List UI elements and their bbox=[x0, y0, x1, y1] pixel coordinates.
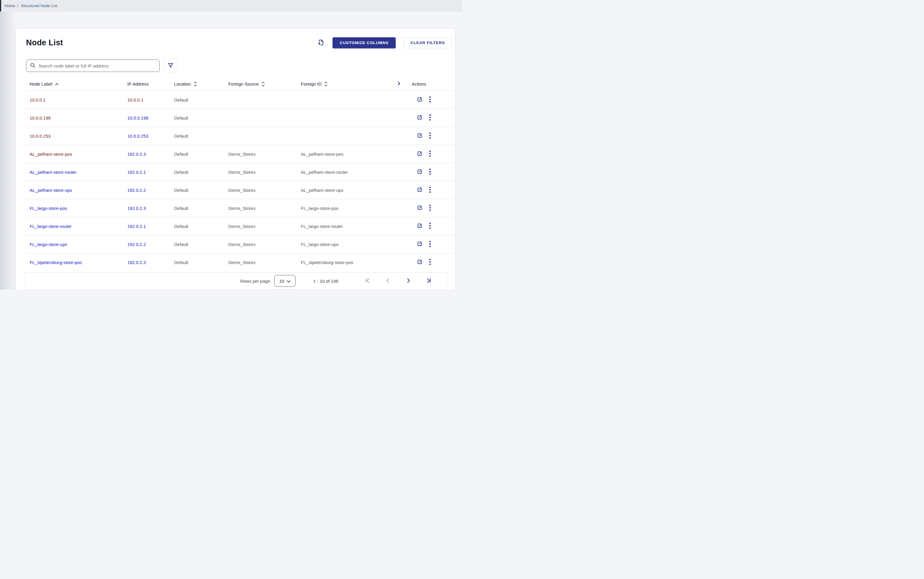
edit-node-button[interactable] bbox=[417, 205, 423, 211]
row-menu-button[interactable] bbox=[429, 186, 431, 194]
location-cell: Default bbox=[174, 260, 188, 265]
breadcrumb-home-link[interactable]: Home bbox=[5, 3, 15, 8]
breadcrumb: Home / Structured Node List bbox=[0, 0, 462, 11]
location-cell: Default bbox=[174, 134, 188, 139]
previous-page-button[interactable] bbox=[378, 277, 398, 285]
node-list-card: Node List CUSTOMIZE COLUMNS CLEAR FI bbox=[16, 28, 455, 290]
ip-link[interactable]: 192.0.2.3 bbox=[127, 152, 146, 157]
node-label-link[interactable]: AL_pelham-store-ups bbox=[29, 188, 72, 193]
column-header-node-label[interactable]: Node Label bbox=[29, 82, 59, 87]
edit-pencil-icon bbox=[417, 96, 423, 103]
chevron-down-icon bbox=[287, 278, 290, 284]
row-menu-button[interactable] bbox=[429, 132, 431, 140]
node-table-wrap: Node Label IP Address Location bbox=[25, 79, 447, 271]
row-menu-button[interactable] bbox=[429, 204, 431, 212]
node-label-link[interactable]: 10.0.0.199 bbox=[29, 115, 51, 121]
expand-columns-button[interactable] bbox=[397, 82, 401, 87]
edit-node-button[interactable] bbox=[417, 150, 423, 157]
column-header-foreign-id[interactable]: Foreign ID bbox=[301, 82, 328, 87]
filter-button[interactable] bbox=[164, 59, 177, 72]
row-actions bbox=[412, 163, 451, 181]
edit-node-button[interactable] bbox=[417, 169, 423, 175]
search-input[interactable] bbox=[38, 63, 156, 69]
column-header-actions: Actions bbox=[412, 82, 426, 87]
ip-link[interactable]: 192.0.2.2 bbox=[127, 242, 146, 247]
breadcrumb-current-link[interactable]: Structured Node List bbox=[21, 3, 57, 8]
first-page-icon bbox=[364, 277, 371, 285]
row-menu-button[interactable] bbox=[429, 259, 431, 266]
kebab-menu-icon bbox=[429, 150, 431, 158]
kebab-menu-icon bbox=[429, 114, 431, 122]
ip-link[interactable]: 192.0.2.1 bbox=[127, 170, 146, 175]
foreign-id-cell: FL_largo-store-ups bbox=[301, 242, 339, 247]
customize-columns-button[interactable]: CUSTOMIZE COLUMNS bbox=[333, 37, 396, 48]
node-label-link[interactable]: FL_largo-store-pos bbox=[29, 206, 67, 211]
table-header-row: Node Label IP Address Location bbox=[25, 79, 454, 91]
node-table: Node Label IP Address Location bbox=[25, 79, 454, 271]
node-label-link[interactable]: FL_largo-store-router bbox=[29, 224, 72, 229]
edit-node-button[interactable] bbox=[417, 114, 423, 121]
ip-link[interactable]: 192.0.2.1 bbox=[127, 224, 146, 229]
node-label-link[interactable]: AL_pelham-store-router bbox=[29, 170, 76, 175]
row-menu-button[interactable] bbox=[429, 168, 431, 176]
edit-pencil-icon bbox=[417, 187, 423, 193]
edit-pencil-icon bbox=[417, 259, 423, 265]
table-row: 10.0.0.1 10.0.0.1 Default bbox=[25, 91, 454, 109]
foreign-id-cell: FL_largo-store-pos bbox=[301, 206, 339, 211]
node-label-link[interactable]: 10.0.0.1 bbox=[29, 97, 46, 102]
sidebar-edge bbox=[0, 0, 1, 11]
row-menu-button[interactable] bbox=[429, 114, 431, 122]
edit-node-button[interactable] bbox=[417, 259, 423, 265]
left-edge-shadow bbox=[0, 11, 16, 290]
row-menu-button[interactable] bbox=[429, 96, 431, 104]
edit-node-button[interactable] bbox=[417, 241, 423, 247]
column-header-location[interactable]: Location bbox=[174, 82, 197, 87]
breadcrumb-separator: / bbox=[18, 3, 19, 8]
foreign-id-cell: AL_pelham-store-pos bbox=[301, 152, 343, 157]
row-menu-button[interactable] bbox=[429, 240, 431, 248]
location-cell: Default bbox=[174, 115, 188, 121]
card-header: Node List CUSTOMIZE COLUMNS CLEAR FI bbox=[16, 28, 455, 48]
table-body: 10.0.0.1 10.0.0.1 Default bbox=[25, 91, 454, 272]
ip-link[interactable]: 192.0.2.2 bbox=[127, 188, 146, 193]
export-button[interactable] bbox=[318, 39, 324, 47]
row-actions bbox=[412, 254, 451, 271]
edit-node-button[interactable] bbox=[417, 187, 423, 193]
ip-link[interactable]: 10.0.0.199 bbox=[127, 115, 148, 121]
row-actions bbox=[412, 127, 451, 145]
column-header-ip-address[interactable]: IP Address bbox=[127, 82, 149, 87]
kebab-menu-icon bbox=[429, 259, 431, 266]
sort-asc-icon bbox=[55, 83, 59, 85]
location-cell: Default bbox=[174, 170, 188, 175]
foreign-source-cell: Demo_Stores bbox=[228, 242, 256, 247]
first-page-button[interactable] bbox=[357, 277, 378, 285]
node-label-link[interactable]: AL_pelham-store-pos bbox=[29, 152, 72, 157]
location-cell: Default bbox=[174, 188, 188, 193]
row-actions bbox=[412, 181, 451, 199]
foreign-id-cell: AL_pelham-store-ups bbox=[301, 188, 343, 193]
rows-per-page-select[interactable]: 10 bbox=[274, 275, 296, 287]
row-actions bbox=[412, 199, 451, 217]
ip-link[interactable]: 10.0.0.1 bbox=[127, 97, 143, 102]
column-header-foreign-source[interactable]: Foreign Source bbox=[228, 82, 265, 87]
ip-link[interactable]: 192.0.2.3 bbox=[127, 260, 146, 265]
pagination-bar: Rows per page 10 1 - 10 of 148 bbox=[25, 272, 447, 290]
ip-link[interactable]: 192.0.2.3 bbox=[127, 206, 146, 211]
node-label-link[interactable]: 10.0.0.253 bbox=[29, 134, 51, 139]
clear-filters-button[interactable]: CLEAR FILTERS bbox=[404, 37, 452, 48]
kebab-menu-icon bbox=[429, 168, 431, 176]
node-label-link[interactable]: FL_stpetersburg-store-pos bbox=[29, 260, 82, 265]
edit-node-button[interactable] bbox=[417, 132, 423, 139]
next-page-button[interactable] bbox=[398, 277, 418, 285]
edit-node-button[interactable] bbox=[417, 223, 423, 229]
row-menu-button[interactable] bbox=[429, 150, 431, 158]
last-page-button[interactable] bbox=[418, 277, 439, 285]
edit-node-button[interactable] bbox=[417, 96, 423, 103]
rows-per-page-label: Rows per page bbox=[240, 278, 270, 284]
kebab-menu-icon bbox=[429, 222, 431, 230]
ip-link[interactable]: 10.0.0.253 bbox=[127, 134, 148, 139]
sort-both-icon bbox=[262, 82, 265, 87]
pager-controls bbox=[357, 277, 439, 285]
node-label-link[interactable]: FL_largo-store-ups bbox=[29, 242, 67, 247]
row-menu-button[interactable] bbox=[429, 222, 431, 230]
